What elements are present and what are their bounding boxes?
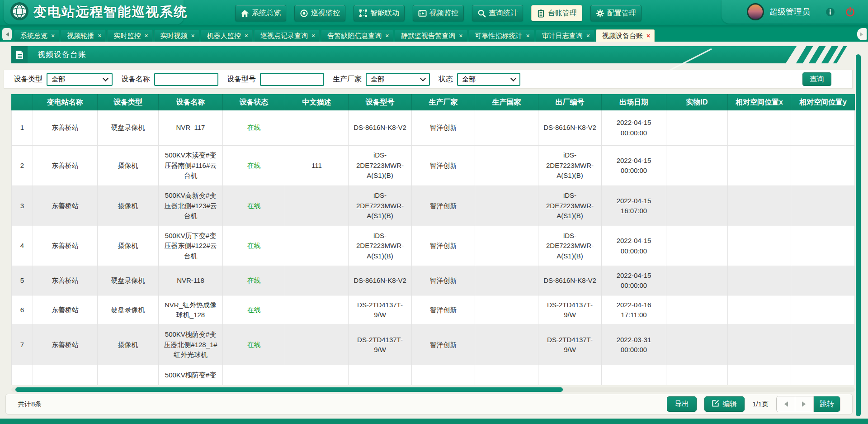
user-avatar[interactable] <box>747 3 764 20</box>
nav-label: 视频监控 <box>429 9 458 18</box>
manufacturer-label: 生产厂家 <box>333 75 362 84</box>
table-cell <box>33 365 98 385</box>
nav-label: 配置管理 <box>607 9 636 18</box>
nav-ledger-management[interactable]: 台账管理 <box>531 5 582 21</box>
table-row[interactable]: 2东善桥站摄像机500KV木渎变#变压器南侧#116#云台机在线111iDS-2… <box>11 146 855 186</box>
tab-item[interactable]: 可靠性指标统计× <box>469 29 534 42</box>
jump-button[interactable]: 跳转 <box>814 396 840 412</box>
tab-item[interactable]: 视频设备台账× <box>596 29 655 42</box>
status-select[interactable]: 全部 <box>457 73 520 86</box>
nav-system-overview[interactable]: 系统总览 <box>235 5 286 21</box>
table-cell <box>475 266 538 295</box>
table-cell: 智洋创新 <box>412 110 475 146</box>
table-cell: 智洋创新 <box>412 146 475 186</box>
table-row[interactable]: 1东善桥站硬盘录像机NVR_117在线DS-8616N-K8-V2智洋创新DS-… <box>11 110 855 146</box>
filter-bar: 设备类型 全部 设备名称 设备型号 生产厂家 全部 状态 全部 查询 <box>4 70 853 89</box>
search-button[interactable]: 查询 <box>802 72 831 86</box>
tab-close-icon[interactable]: × <box>459 33 462 39</box>
table-cell <box>285 295 349 325</box>
nav-config-management[interactable]: 配置管理 <box>590 5 642 21</box>
tab-scroll-right-icon[interactable] <box>857 28 867 40</box>
tab-item[interactable]: 实时监控× <box>107 29 152 42</box>
device-type-select[interactable]: 全部 <box>47 73 113 86</box>
table-cell: 2022-04-16 17:11:00 <box>602 295 666 325</box>
table-row[interactable]: 7东善桥站摄像机500KV槐荫变#变压器北侧#128_1#红外光球机在线DS-2… <box>11 325 855 365</box>
device-name-input[interactable] <box>154 73 218 86</box>
table-cell: 在线 <box>223 186 285 226</box>
tab-label: 巡视点记录查询 <box>260 32 308 40</box>
tab-scroll-left-icon[interactable] <box>2 28 12 40</box>
table-cell: 东善桥站 <box>33 295 98 325</box>
nav-label: 查询统计 <box>489 9 518 18</box>
tab-close-icon[interactable]: × <box>646 33 650 39</box>
table-cell: 3 <box>11 186 33 226</box>
tab-close-icon[interactable]: × <box>586 33 590 39</box>
table-cell: iDS-2DE7223MWR-A(S1)(B) <box>538 146 602 186</box>
tab-item[interactable]: 静默监视告警查询× <box>395 29 467 42</box>
tab-item[interactable]: 系统总览× <box>14 29 59 42</box>
tab-close-icon[interactable]: × <box>98 33 101 39</box>
table-row[interactable]: 4东善桥站摄像机500KV历下变#变压器东侧#122#云台机在线iDS-2DE7… <box>11 226 855 266</box>
gear-icon <box>596 9 604 18</box>
document-icon <box>11 46 28 63</box>
table-cell: DS-8616N-K8-V2 <box>538 266 602 295</box>
tab-close-icon[interactable]: × <box>51 33 55 39</box>
table-row[interactable]: 3东善桥站摄像机500KV高新变#变压器北侧#123#云台机在线iDS-2DE7… <box>11 186 855 226</box>
table-cell: 2022-04-15 00:00:00 <box>602 266 666 295</box>
column-header: 生产国家 <box>475 94 538 110</box>
tab-item[interactable]: 审计日志查询× <box>536 29 594 42</box>
table-cell <box>666 186 728 226</box>
manufacturer-value: 全部 <box>371 75 384 84</box>
nav-video-monitor[interactable]: 视频监控 <box>413 5 464 21</box>
tab-close-icon[interactable]: × <box>144 33 148 39</box>
table-cell <box>666 226 728 266</box>
table-row-partial[interactable]: 500KV槐荫变#变 <box>11 365 855 385</box>
table-cell <box>475 325 538 365</box>
manufacturer-select[interactable]: 全部 <box>366 73 430 86</box>
next-page-button[interactable] <box>795 396 814 412</box>
tab-item[interactable]: 机器人监控× <box>201 29 253 42</box>
tab-close-icon[interactable]: × <box>385 33 389 39</box>
status-label: 状态 <box>439 75 453 84</box>
table-cell <box>285 266 349 295</box>
vertical-scrollbar-thumb[interactable] <box>856 54 861 416</box>
tab-close-icon[interactable]: × <box>526 33 530 39</box>
table-cell: 500KV木渎变#变压器南侧#116#云台机 <box>159 146 223 186</box>
tab-close-icon[interactable]: × <box>311 33 315 39</box>
export-button[interactable]: 导出 <box>667 396 697 412</box>
nav-inspection-monitor[interactable]: 巡视监控 <box>294 5 345 21</box>
prev-page-button[interactable] <box>777 396 795 412</box>
table-cell: 2022-03-31 00:00:00 <box>602 325 666 365</box>
search-icon <box>477 9 486 18</box>
tab-close-icon[interactable]: × <box>245 33 248 39</box>
chevron-down-icon <box>420 76 426 81</box>
device-model-input[interactable] <box>260 73 324 86</box>
table-cell <box>791 226 855 266</box>
column-header: 实物ID <box>666 94 728 110</box>
table-cell: DS-2TD4137T-9/W <box>349 325 412 365</box>
table-cell: DS-8616N-K8-V2 <box>349 110 412 146</box>
info-icon[interactable] <box>826 7 835 17</box>
tab-item[interactable]: 视频轮播× <box>61 29 106 42</box>
power-icon[interactable] <box>845 7 855 17</box>
nav-query-statistics[interactable]: 查询统计 <box>472 5 523 21</box>
horizontal-scrollbar-thumb[interactable] <box>15 387 563 392</box>
column-header: 相对空间位置x <box>728 94 791 110</box>
brand-panel: 变电站远程智能巡视系统 <box>4 0 184 24</box>
table-cell <box>728 110 791 146</box>
table-row[interactable]: 5东善桥站硬盘录像机NVR-118在线DS-8616N-K8-V2智洋创新DS-… <box>11 266 855 295</box>
tab-label: 实时监控 <box>113 32 141 40</box>
table-row[interactable]: 6东善桥站硬盘录像机NVR_红外热成像球机_128在线DS-2TD4137T-9… <box>11 295 855 325</box>
total-count: 共计8条 <box>18 400 42 409</box>
tab-close-icon[interactable]: × <box>191 33 195 39</box>
nav-smart-linkage[interactable]: 智能联动 <box>354 5 405 21</box>
tab-item[interactable]: 告警缺陷信息查询× <box>321 29 393 42</box>
table-cell: 在线 <box>223 295 285 325</box>
device-table: 变电站名称设备类型设备名称设备状态中文描述设备型号生产厂家生产国家出厂编号出场日… <box>11 94 855 385</box>
edit-button[interactable]: 编辑 <box>704 396 745 412</box>
tab-item[interactable]: 巡视点记录查询× <box>254 29 320 42</box>
table-cell: DS-8616N-K8-V2 <box>349 266 412 295</box>
tab-label: 审计日志查询 <box>542 32 583 40</box>
column-header: 出厂编号 <box>538 94 602 110</box>
tab-item[interactable]: 实时视频× <box>154 29 199 42</box>
